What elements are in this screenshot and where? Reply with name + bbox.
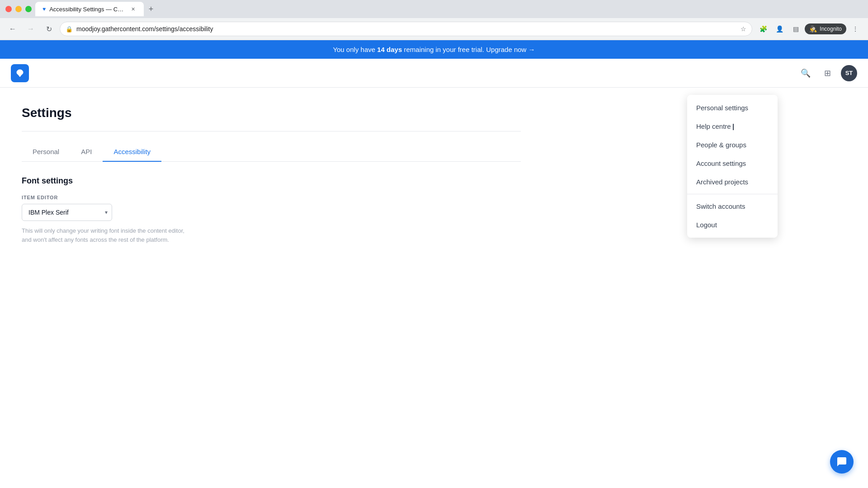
- forward-button[interactable]: →: [24, 22, 38, 36]
- trial-prefix: You only have: [333, 46, 377, 53]
- item-editor-label: ITEM EDITOR: [22, 195, 521, 200]
- dropdown-personal-settings[interactable]: Personal settings: [687, 99, 778, 117]
- window-maximize-button[interactable]: [25, 6, 32, 12]
- dropdown-archived-projects[interactable]: Archived projects: [687, 173, 778, 191]
- url-display: moodjoy.gathercontent.com/settings/acces…: [76, 25, 737, 33]
- chat-icon: [836, 456, 847, 467]
- incognito-badge: 🕵 Incognito: [805, 23, 846, 34]
- header-actions: 🔍 ⊞ ST: [797, 65, 857, 81]
- page-title: Settings: [22, 106, 521, 120]
- user-avatar[interactable]: ST: [841, 65, 857, 81]
- incognito-label: Incognito: [820, 26, 842, 32]
- lock-icon: 🔒: [66, 26, 73, 33]
- browser-tabs: ♥ Accessibility Settings — Conte ✕ +: [35, 2, 863, 16]
- menu-button[interactable]: ⋮: [848, 22, 863, 36]
- browser-navbar: ← → ↻ 🔒 moodjoy.gathercontent.com/settin…: [0, 18, 868, 40]
- tab-title: Accessibility Settings — Conte: [49, 6, 126, 13]
- tab-personal[interactable]: Personal: [22, 142, 70, 162]
- tab-close-button[interactable]: ✕: [129, 5, 137, 13]
- trial-banner[interactable]: You only have 14 days remaining in your …: [0, 40, 868, 59]
- font-settings-section: Font settings ITEM EDITOR IBM Plex Serif…: [22, 176, 521, 244]
- window-controls: [5, 6, 32, 12]
- dropdown-help-centre[interactable]: Help centre: [687, 117, 778, 136]
- dropdown-account-settings[interactable]: Account settings: [687, 154, 778, 173]
- window-close-button[interactable]: [5, 6, 12, 12]
- cursor-indicator: [733, 124, 734, 130]
- back-button[interactable]: ←: [5, 22, 20, 36]
- dropdown-logout[interactable]: Logout: [687, 216, 778, 234]
- logo-icon: [14, 68, 25, 79]
- trial-suffix: remaining in your free trial. Upgrade no…: [402, 46, 535, 53]
- dropdown-divider: [687, 194, 778, 194]
- profile-icon[interactable]: 👤: [772, 22, 787, 36]
- dropdown-people-groups[interactable]: People & groups: [687, 136, 778, 154]
- settings-divider: [22, 131, 521, 131]
- grid-button[interactable]: ⊞: [819, 65, 835, 81]
- app-header: 🔍 ⊞ ST: [0, 59, 868, 88]
- trial-days: 14 days: [377, 46, 402, 53]
- dropdown-switch-accounts[interactable]: Switch accounts: [687, 197, 778, 216]
- font-settings-title: Font settings: [22, 176, 521, 186]
- settings-tabs: Personal API Accessibility: [22, 142, 521, 162]
- bookmark-icon: ☆: [741, 25, 746, 33]
- tab-api[interactable]: API: [70, 142, 103, 162]
- browser-actions: 🧩 👤 ▤ 🕵 Incognito ⋮: [756, 22, 863, 36]
- app-logo[interactable]: [11, 64, 29, 82]
- browser-titlebar: ♥ Accessibility Settings — Conte ✕ +: [0, 0, 868, 18]
- font-hint: This will only change your writing font …: [22, 226, 193, 244]
- address-bar[interactable]: 🔒 moodjoy.gathercontent.com/settings/acc…: [60, 22, 752, 36]
- chat-button[interactable]: [830, 450, 854, 474]
- user-dropdown-menu: Personal settings Help centre People & g…: [687, 95, 778, 238]
- tab-accessibility[interactable]: Accessibility: [103, 142, 161, 162]
- font-select-wrapper: IBM Plex Serif Inter Georgia ▾: [22, 204, 112, 221]
- font-select[interactable]: IBM Plex Serif Inter Georgia: [22, 204, 112, 221]
- new-tab-button[interactable]: +: [145, 3, 157, 15]
- dropdown-help-centre-label: Help centre: [696, 122, 731, 130]
- window-minimize-button[interactable]: [15, 6, 22, 12]
- tab-favicon: ♥: [42, 6, 46, 12]
- browser-chrome: ♥ Accessibility Settings — Conte ✕ + ← →…: [0, 0, 868, 40]
- search-button[interactable]: 🔍: [797, 65, 814, 81]
- extensions-icon[interactable]: 🧩: [756, 22, 770, 36]
- main-content: Settings Personal API Accessibility Font…: [0, 88, 542, 262]
- incognito-icon: 🕵: [809, 25, 817, 33]
- refresh-button[interactable]: ↻: [42, 22, 56, 36]
- active-tab[interactable]: ♥ Accessibility Settings — Conte ✕: [35, 2, 144, 16]
- sidebar-icon[interactable]: ▤: [788, 22, 803, 36]
